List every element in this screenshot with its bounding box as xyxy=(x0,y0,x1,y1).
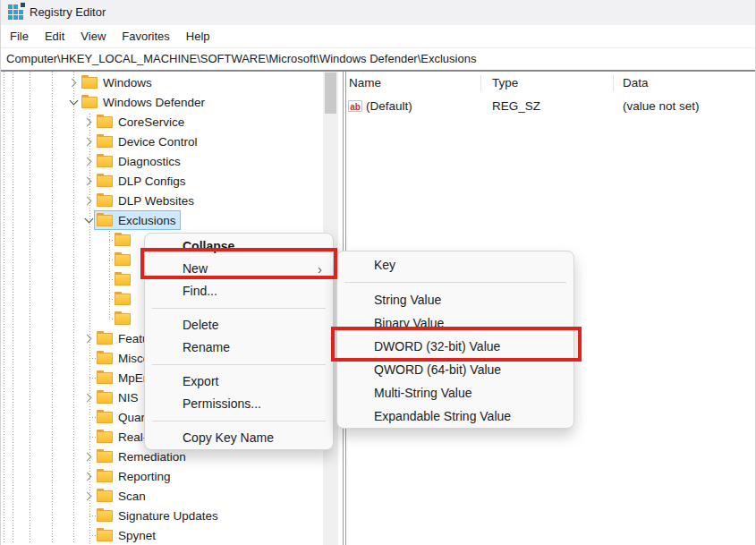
folder-icon xyxy=(97,510,113,522)
tree-item-content[interactable]: Reporting xyxy=(94,466,175,486)
tree-item-content[interactable]: Device Control xyxy=(94,132,202,151)
menubar-item-edit[interactable]: Edit xyxy=(37,25,72,47)
tree-item-content[interactable] xyxy=(112,309,135,328)
window-border-left xyxy=(0,0,1,545)
tree-item-dlp-websites[interactable]: DLP Websites xyxy=(0,191,324,210)
tree-item-content[interactable]: CoreService xyxy=(94,112,189,132)
address-path: Computer\HKEY_LOCAL_MACHINE\SOFTWARE\Mic… xyxy=(6,48,476,70)
folder-icon xyxy=(97,412,113,423)
column-header-data[interactable]: Data xyxy=(623,73,649,93)
tree-item-label: Diagnostics xyxy=(118,155,181,168)
folder-icon xyxy=(97,392,113,404)
folder-icon xyxy=(97,431,113,443)
menuitem-key[interactable]: Key xyxy=(337,253,573,277)
menuitem-dword-32-bit-value[interactable]: DWORD (32-bit) Value xyxy=(337,335,573,358)
tree-item-device-control[interactable]: Device Control xyxy=(0,132,324,151)
tree-item-content[interactable]: Scan xyxy=(94,486,150,506)
tree-item-content[interactable] xyxy=(112,289,135,309)
column-header-type[interactable]: Type xyxy=(492,73,518,93)
tree-item-exclusions[interactable]: Exclusions xyxy=(0,210,324,230)
menu-separator xyxy=(145,302,333,314)
menu-separator xyxy=(145,359,333,370)
tree-item-content[interactable]: Windows Defender xyxy=(79,92,209,112)
tree-item-label: Remediation xyxy=(118,450,186,464)
menuitem-qword-64-bit-value[interactable]: QWORD (64-bit) Value xyxy=(337,358,573,381)
folder-icon xyxy=(81,77,98,89)
folder-icon xyxy=(97,215,113,226)
menuitem-find[interactable]: Find... xyxy=(145,280,333,302)
menuitem-label: Multi-String Value xyxy=(374,386,471,400)
value-name-cell[interactable]: (Default) xyxy=(366,98,412,115)
menubar-item-favorites[interactable]: Favorites xyxy=(114,25,177,47)
tree-item-coreservice[interactable]: CoreService xyxy=(0,112,324,132)
tree-item-content[interactable]: Signature Updates xyxy=(94,506,223,525)
menuitem-label: DWORD (32-bit) Value xyxy=(374,339,500,353)
tree-item-content[interactable]: DLP Websites xyxy=(94,191,199,210)
tree-item-label: Signature Updates xyxy=(118,509,218,523)
folder-icon xyxy=(115,294,131,305)
tree-item-windows[interactable]: Windows xyxy=(0,72,324,92)
menuitem-export[interactable]: Export xyxy=(145,370,333,393)
tree-item-label: Exclusions xyxy=(118,214,176,227)
tree-item-dlp-configs[interactable]: DLP Configs xyxy=(0,171,324,191)
tree-item-content[interactable]: Spynet xyxy=(94,525,160,545)
tree-item-content[interactable]: Diagnostics xyxy=(94,151,185,171)
menubar-item-view[interactable]: View xyxy=(72,25,114,47)
tree-item-label: Scan xyxy=(118,490,146,503)
registry-editor-icon xyxy=(8,4,23,20)
tree-scrollbar-thumb[interactable] xyxy=(325,72,336,114)
folder-icon xyxy=(97,156,113,167)
menubar-item-file[interactable]: File xyxy=(2,25,37,47)
tree-item-content[interactable] xyxy=(112,269,135,289)
folder-icon xyxy=(97,490,113,502)
tree-item-label: DLP Websites xyxy=(118,194,194,208)
tree-item-label: Windows Defender xyxy=(103,96,205,109)
menuitem-label: Export xyxy=(183,374,218,388)
tree-item-content[interactable] xyxy=(112,250,135,269)
tree-item-content[interactable]: NIS xyxy=(94,387,143,407)
tree-item-diagnostics[interactable]: Diagnostics xyxy=(0,151,324,171)
title-bar[interactable]: Registry Editor xyxy=(0,0,756,25)
tree-item-signature-updates[interactable]: Signature Updates xyxy=(0,506,324,525)
menuitem-copy-key-name[interactable]: Copy Key Name xyxy=(145,427,333,449)
new-submenu: KeyString ValueBinary ValueDWORD (32-bit… xyxy=(336,251,574,429)
tree-item-scan[interactable]: Scan xyxy=(0,486,324,506)
menuitem-string-value[interactable]: String Value xyxy=(337,288,573,311)
menuitem-label: String Value xyxy=(374,293,441,307)
tree-item-spynet[interactable]: Spynet xyxy=(0,525,324,545)
folder-icon xyxy=(81,97,98,108)
tree-item-label: CoreService xyxy=(118,115,184,129)
tree-selection[interactable]: Exclusions xyxy=(94,210,181,230)
menuitem-label: Delete xyxy=(183,318,218,332)
menubar-item-help[interactable]: Help xyxy=(178,25,218,47)
tree-item-label: Spynet xyxy=(118,529,156,542)
folder-icon xyxy=(97,333,113,345)
tree-item-label: NIS xyxy=(118,391,139,404)
tree-item-label: DLP Configs xyxy=(118,175,186,188)
tree-item-content[interactable]: Windows xyxy=(79,72,157,92)
menuitem-label: Collapse xyxy=(183,239,234,253)
menuitem-multi-string-value[interactable]: Multi-String Value xyxy=(337,381,573,404)
menuitem-permissions[interactable]: Permissions... xyxy=(145,393,333,415)
value-type-cell: REG_SZ xyxy=(492,98,540,115)
menuitem-binary-value[interactable]: Binary Value xyxy=(337,311,573,335)
window-title: Registry Editor xyxy=(30,0,106,25)
menuitem-rename[interactable]: Rename xyxy=(145,336,333,359)
folder-icon xyxy=(97,471,113,482)
column-resize-handle[interactable] xyxy=(613,75,614,91)
menuitem-label: New xyxy=(183,261,208,276)
tree-item-content[interactable]: DLP Configs xyxy=(94,171,191,191)
menuitem-new[interactable]: New› xyxy=(145,258,333,280)
tree-item-reporting[interactable]: Reporting xyxy=(0,466,324,486)
menuitem-label: Copy Key Name xyxy=(183,430,274,445)
tree-item-windows-defender[interactable]: Windows Defender xyxy=(0,92,324,112)
address-bar[interactable]: Computer\HKEY_LOCAL_MACHINE\SOFTWARE\Mic… xyxy=(0,47,756,70)
column-header-name[interactable]: Name xyxy=(349,73,381,93)
menuitem-label: Permissions... xyxy=(183,396,261,411)
menuitem-expandable-string-value[interactable]: Expandable String Value xyxy=(337,404,573,428)
folder-icon xyxy=(97,451,113,463)
menuitem-collapse[interactable]: Collapse xyxy=(145,235,333,258)
column-resize-handle[interactable] xyxy=(480,75,481,91)
tree-item-content[interactable] xyxy=(112,230,135,250)
menuitem-delete[interactable]: Delete xyxy=(145,314,333,336)
